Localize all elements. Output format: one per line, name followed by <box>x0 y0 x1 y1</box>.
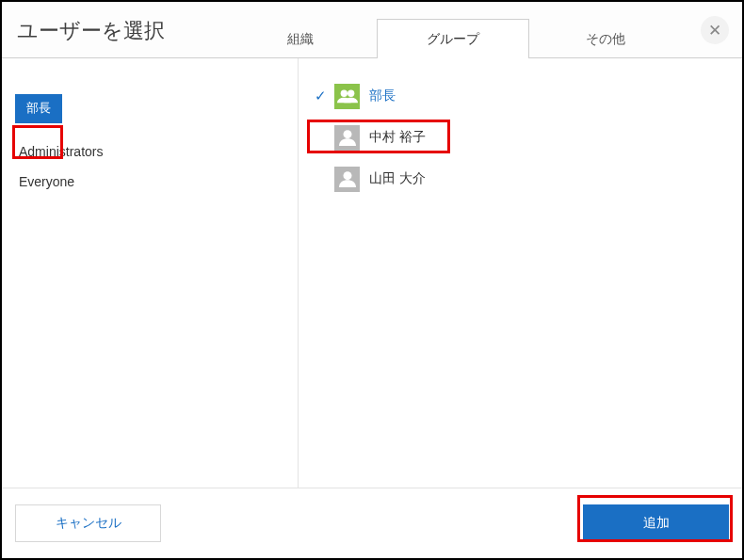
svg-point-0 <box>340 90 347 97</box>
dialog-title: ユーザーを選択 <box>2 2 224 57</box>
close-icon: ✕ <box>708 21 721 40</box>
selected-group-chip[interactable]: 部長 <box>15 94 62 123</box>
list-row-label: 山田 大介 <box>369 170 426 187</box>
sidebar-item-everyone[interactable]: Everyone <box>2 167 298 197</box>
tab-label: グループ <box>427 31 479 46</box>
user-select-dialog: ユーザーを選択 組織 グループ その他 ✕ 部長 Administrators … <box>0 0 744 560</box>
group-avatar-icon <box>334 84 360 109</box>
selected-chip-wrap: 部長 <box>2 94 298 123</box>
cancel-button-label: キャンセル <box>56 515 121 532</box>
add-button-label: 追加 <box>643 515 670 532</box>
user-list: ✓ 部長 中村 裕子 山田 大介 <box>299 58 742 488</box>
close-button[interactable]: ✕ <box>701 16 729 44</box>
list-row-label: 中村 裕子 <box>369 129 426 146</box>
svg-point-1 <box>348 90 354 97</box>
tab-label: その他 <box>586 31 625 46</box>
list-row-user[interactable]: 山田 大介 <box>299 158 742 200</box>
tab-label: 組織 <box>287 31 314 46</box>
list-row-user[interactable]: 中村 裕子 <box>299 117 742 158</box>
cancel-button[interactable]: キャンセル <box>15 504 161 542</box>
user-avatar-icon <box>334 125 360 151</box>
svg-point-3 <box>343 171 351 180</box>
add-button[interactable]: 追加 <box>583 504 729 542</box>
svg-point-2 <box>343 130 351 138</box>
tab-group[interactable]: グループ <box>377 19 529 57</box>
sidebar-item-administrators[interactable]: Administrators <box>2 136 298 167</box>
sidebar: 部長 Administrators Everyone <box>2 58 299 488</box>
list-row-label: 部長 <box>369 88 396 104</box>
list-row-group[interactable]: ✓ 部長 <box>299 75 742 117</box>
dialog-header: ユーザーを選択 組織 グループ その他 ✕ <box>2 2 742 58</box>
tabs: 組織 グループ その他 <box>224 2 742 57</box>
tab-other[interactable]: その他 <box>529 19 682 57</box>
dialog-footer: キャンセル 追加 <box>2 488 742 558</box>
tab-organization[interactable]: 組織 <box>224 19 377 57</box>
user-avatar-icon <box>334 167 360 192</box>
check-icon: ✓ <box>310 88 331 104</box>
dialog-body: 部長 Administrators Everyone ✓ 部長 中村 裕子 <box>2 58 742 488</box>
